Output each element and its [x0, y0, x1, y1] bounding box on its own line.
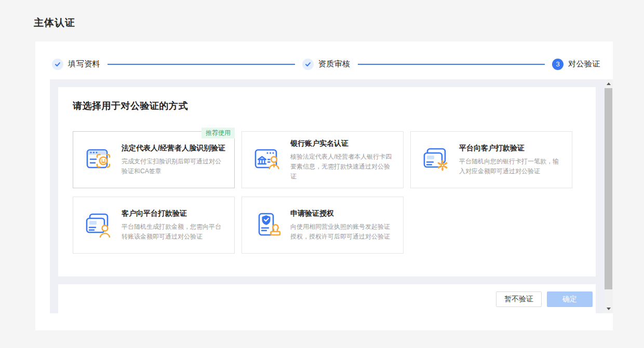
step-label: 填写资料: [68, 59, 100, 69]
card-title: 银行账户实名认证: [290, 138, 395, 148]
skip-verification-button[interactable]: 暂不验证: [496, 291, 542, 307]
card-text: 法定代表人/经营者人脸识别验证 完成支付宝扫脸识别后即可通过对公验证和CA签章: [122, 143, 226, 176]
step-connector: [358, 64, 545, 65]
card-title: 申请验证授权: [290, 208, 395, 218]
verification-method-panel: 请选择用于对公验证的方式 推荐使用: [58, 87, 596, 276]
step-corporate-verification: 3 对公验证: [552, 59, 600, 70]
card-title: 客户向平台打款验证: [122, 208, 226, 218]
face-scan-browser-icon: [84, 145, 113, 174]
scroll-up-icon: [607, 82, 611, 85]
license-shield-stamp-icon: [252, 211, 281, 240]
panel-heading: 请选择用于对公验证的方式: [73, 100, 188, 112]
scroll-up-button[interactable]: [604, 79, 613, 88]
card-text: 银行账户实名认证 核验法定代表人/经营者本人银行卡四要素信息，无需打款快速通过对…: [290, 138, 395, 182]
cards-person-icon: [84, 211, 113, 240]
method-card-face-recognition[interactable]: 推荐使用: [73, 131, 235, 188]
card-text: 申请验证授权 向使用相同营业执照的账号发起验证授权，授权许可后即可通过对公验证: [290, 208, 395, 242]
footer-panel: 暂不验证 确定: [58, 284, 596, 313]
confirm-button[interactable]: 确定: [547, 291, 593, 307]
card-text: 客户向平台打款验证 平台随机生成打款金额，您需向平台转账该金额即可通过对公验证: [122, 208, 226, 242]
method-card-request-authorization[interactable]: 申请验证授权 向使用相同营业执照的账号发起验证授权，授权许可后即可通过对公验证: [242, 197, 404, 254]
scroll-region: 请选择用于对公验证的方式 推荐使用: [50, 79, 613, 313]
cards-pinwheel-icon: [421, 145, 450, 174]
card-title: 法定代表人/经营者人脸识别验证: [122, 143, 226, 152]
card-description: 核验法定代表人/经营者本人银行卡四要素信息，无需打款快速通过对公验证: [290, 152, 395, 182]
card-description: 平台随机向您的银行卡打一笔款，输入对应金额即可通过对公验证: [459, 157, 564, 176]
card-title: 平台向客户打款验证: [459, 143, 564, 152]
card-description: 平台随机生成打款金额，您需向平台转账该金额即可通过对公验证: [122, 222, 226, 242]
page-title: 主体认证: [34, 16, 75, 30]
recommended-badge: 推荐使用: [202, 128, 235, 138]
vertical-scrollbar[interactable]: [604, 79, 613, 313]
card-description: 向使用相同营业执照的账号发起验证授权，授权许可后即可通过对公验证: [290, 222, 395, 242]
step-label: 资质审核: [318, 59, 351, 69]
step-done-circle: [302, 59, 314, 70]
main-card: 填写资料 资质审核 3 对公验证 请选择用于对公验证的方式 推荐使用: [35, 41, 613, 330]
method-card-platform-pays-customer[interactable]: 平台向客户打款验证 平台随机向您的银行卡打一笔款，输入对应金额即可通过对公验证: [410, 131, 572, 188]
check-icon: [55, 61, 61, 67]
check-icon: [305, 61, 311, 67]
method-cards-grid: 推荐使用: [73, 131, 572, 254]
footer-buttons: 暂不验证 确定: [496, 291, 593, 307]
method-card-bank-account[interactable]: 银行账户实名认证 核验法定代表人/经营者本人银行卡四要素信息，无需打款快速通过对…: [242, 131, 404, 188]
scroll-down-icon: [607, 308, 611, 310]
step-connector: [108, 64, 295, 65]
scroll-down-button[interactable]: [604, 304, 613, 313]
method-card-customer-pays-platform[interactable]: 客户向平台打款验证 平台随机生成打款金额，您需向平台转账该金额即可通过对公验证: [73, 197, 235, 254]
step-active-circle: 3: [552, 59, 564, 70]
step-qualification-review: 资质审核: [302, 59, 351, 70]
card-description: 完成支付宝扫脸识别后即可通过对公验证和CA签章: [122, 157, 226, 176]
bank-account-browser-icon: [252, 145, 281, 174]
step-done-circle: [52, 59, 63, 70]
scrollbar-thumb[interactable]: [605, 88, 612, 289]
step-fill-info: 填写资料: [52, 59, 100, 70]
stepper: 填写资料 资质审核 3 对公验证: [35, 41, 613, 79]
card-text: 平台向客户打款验证 平台随机向您的银行卡打一笔款，输入对应金额即可通过对公验证: [459, 143, 564, 176]
step-label: 对公验证: [568, 59, 600, 69]
